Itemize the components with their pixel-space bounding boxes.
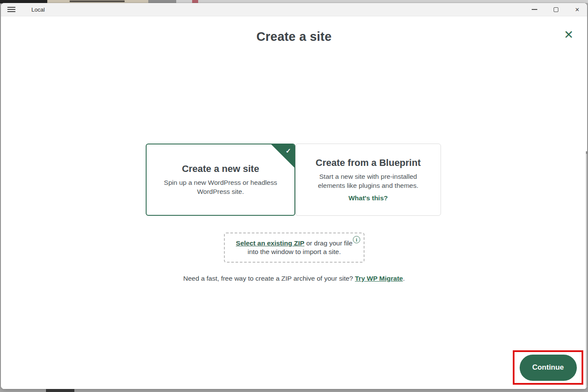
background-scrollbar-strip bbox=[586, 151, 587, 389]
card-description: Spin up a new WordPress or headless Word… bbox=[159, 178, 282, 196]
background-app-text-smudge bbox=[70, 0, 125, 2]
background-gray-sliver bbox=[176, 0, 588, 3]
window-controls: ✕ bbox=[531, 3, 580, 16]
zip-import-text: Select an existing ZIP or drag your file… bbox=[236, 239, 353, 256]
card-description: Start a new site with pre-installed elem… bbox=[313, 172, 423, 190]
hamburger-menu-icon[interactable] bbox=[7, 7, 15, 12]
card-create-from-blueprint[interactable]: Create from a Blueprint Start a new site… bbox=[295, 144, 441, 216]
background-icon-sliver bbox=[192, 0, 198, 3]
minimize-icon bbox=[532, 9, 537, 10]
close-dialog-icon[interactable]: ✕ bbox=[562, 28, 576, 42]
card-create-new-site[interactable]: ✓ Create a new site Spin up a new WordPr… bbox=[146, 144, 295, 216]
app-title: Local bbox=[31, 6, 45, 13]
wp-migrate-hint: Need a fast, free way to create a ZIP ar… bbox=[1, 275, 587, 282]
try-wp-migrate-link[interactable]: Try WP Migrate bbox=[355, 275, 403, 282]
card-title: Create a new site bbox=[182, 163, 259, 175]
zip-import-dropzone[interactable]: Select an existing ZIP or drag your file… bbox=[224, 233, 364, 263]
maximize-icon bbox=[554, 7, 558, 12]
whats-this-link[interactable]: What's this? bbox=[349, 194, 388, 202]
minimize-button[interactable] bbox=[531, 6, 537, 12]
maximize-button[interactable] bbox=[553, 6, 559, 12]
close-window-button[interactable]: ✕ bbox=[574, 6, 580, 12]
migrate-hint-period: . bbox=[403, 275, 404, 282]
close-window-icon: ✕ bbox=[575, 7, 580, 12]
site-option-cards: ✓ Create a new site Spin up a new WordPr… bbox=[146, 144, 442, 216]
titlebar: Local ✕ bbox=[1, 3, 587, 16]
continue-button[interactable]: Continue bbox=[520, 355, 577, 381]
checkmark-icon: ✓ bbox=[285, 147, 291, 155]
page-title: Create a site bbox=[1, 30, 587, 44]
select-zip-link[interactable]: Select an existing ZIP bbox=[236, 239, 304, 247]
card-title: Create from a Blueprint bbox=[315, 157, 421, 168]
background-scrollbar-cap bbox=[586, 151, 587, 154]
annotation-highlight-box: Continue bbox=[513, 350, 583, 385]
local-app-window: Local ✕ Create a site ✕ ✓ Create a new s… bbox=[1, 3, 587, 389]
migrate-hint-text: Need a fast, free way to create a ZIP ar… bbox=[183, 275, 355, 282]
info-icon[interactable]: i bbox=[353, 236, 360, 243]
create-site-dialog: Create a site ✕ ✓ Create a new site Spin… bbox=[1, 16, 587, 389]
selected-corner-ribbon bbox=[271, 144, 295, 168]
